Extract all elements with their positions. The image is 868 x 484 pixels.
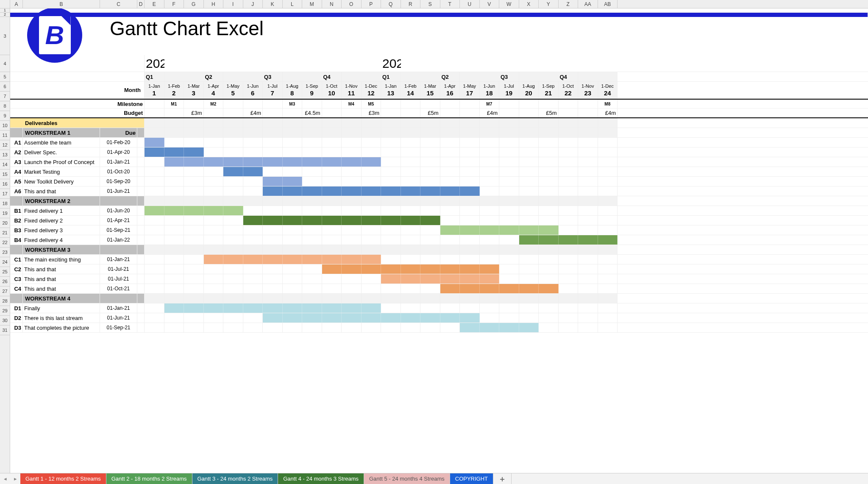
row-header-25[interactable]: 25 <box>0 267 10 277</box>
col-header-Q[interactable]: Q <box>381 0 401 8</box>
col-header-H[interactable]: H <box>204 0 224 8</box>
gantt-cell <box>420 225 440 235</box>
col-header-O[interactable]: O <box>342 0 362 8</box>
row-header-2[interactable]: 2 <box>0 13 10 17</box>
gantt-cell <box>420 167 440 176</box>
col-header-Y[interactable]: Y <box>539 0 559 8</box>
row-header-6[interactable]: 6 <box>0 82 10 92</box>
row-header-15[interactable]: 15 <box>0 170 10 179</box>
col-header-M[interactable]: M <box>302 0 322 8</box>
row-header-5[interactable]: 5 <box>0 72 10 82</box>
gantt-cell <box>460 167 480 176</box>
gantt-cell <box>263 284 283 293</box>
col-header-X[interactable]: X <box>519 0 539 8</box>
gantt-cell <box>223 157 243 167</box>
row-header-22[interactable]: 22 <box>0 238 10 248</box>
task-name: This and that <box>23 186 100 196</box>
row-header-13[interactable]: 13 <box>0 150 10 160</box>
gantt-cell <box>539 255 559 264</box>
tab-nav-prev[interactable]: ◂ <box>0 473 10 484</box>
gantt-cell <box>164 235 184 245</box>
row-header-30[interactable]: 30 <box>0 316 10 325</box>
task-name: Launch the Proof of Concept <box>23 157 100 167</box>
row-header-8[interactable]: 8 <box>0 101 10 111</box>
gantt-cell <box>401 264 421 274</box>
col-header-V[interactable]: V <box>480 0 500 8</box>
gantt-cell <box>440 303 460 313</box>
task-due: 01-Jan-21 <box>100 255 137 264</box>
col-header-A[interactable]: A <box>10 0 23 8</box>
spreadsheet-grid[interactable]: BGantt Chart Excel20222023Q1Q2Q3Q4Q1Q2Q3… <box>10 8 868 473</box>
budget-13 <box>381 108 401 117</box>
row-header-18[interactable]: 18 <box>0 199 10 209</box>
budget-row-label: Budget <box>10 108 145 117</box>
gantt-cell <box>460 186 480 196</box>
gantt-cell <box>243 147 263 157</box>
row-header-28[interactable]: 28 <box>0 296 10 306</box>
row-header-14[interactable]: 14 <box>0 160 10 170</box>
gantt-cell <box>598 274 618 284</box>
budget-22 <box>559 108 579 117</box>
gantt-cell <box>342 235 362 245</box>
sheet-tab[interactable]: Gantt 1 - 12 months 2 Streams <box>20 473 106 484</box>
sheet-tab[interactable]: COPYRIGHT <box>450 473 493 484</box>
row-header-16[interactable]: 16 <box>0 179 10 189</box>
row-header-12[interactable]: 12 <box>0 140 10 150</box>
col-header-D[interactable]: D <box>137 0 145 8</box>
row-header-10[interactable]: 10 <box>0 121 10 131</box>
row-header-3[interactable]: 3 <box>0 17 10 55</box>
col-header-T[interactable]: T <box>440 0 460 8</box>
sheet-tab[interactable]: Gantt 4 - 24 months 3 Streams <box>278 473 364 484</box>
gantt-cell <box>381 186 401 196</box>
col-header-F[interactable]: F <box>164 0 184 8</box>
col-header-P[interactable]: P <box>362 0 381 8</box>
gantt-cell <box>578 274 598 284</box>
col-header-L[interactable]: L <box>283 0 303 8</box>
col-header-W[interactable]: W <box>499 0 519 8</box>
gantt-cell <box>204 147 224 157</box>
col-header-I[interactable]: I <box>223 0 243 8</box>
col-header-U[interactable]: U <box>460 0 480 8</box>
row-header-27[interactable]: 27 <box>0 287 10 296</box>
row-header-21[interactable]: 21 <box>0 228 10 238</box>
sheet-tab[interactable]: Gantt 2 - 18 months 2 Streams <box>106 473 192 484</box>
gantt-cell <box>283 225 303 235</box>
month-header-18: 1-Jun18 <box>480 82 500 98</box>
row-header-31[interactable]: 31 <box>0 325 10 335</box>
col-header-G[interactable]: G <box>184 0 204 8</box>
tab-nav-next[interactable]: ▸ <box>10 473 20 484</box>
col-header-J[interactable]: J <box>243 0 263 8</box>
col-header-Z[interactable]: Z <box>559 0 579 8</box>
col-header-AB[interactable]: AB <box>598 0 618 8</box>
row-header-19[interactable]: 19 <box>0 209 10 218</box>
col-header-B[interactable]: B <box>23 0 100 8</box>
row-header-17[interactable]: 17 <box>0 189 10 199</box>
col-header-K[interactable]: K <box>263 0 283 8</box>
col-header-C[interactable]: C <box>100 0 137 8</box>
row-header-4[interactable]: 4 <box>0 55 10 72</box>
row-header-20[interactable]: 20 <box>0 218 10 228</box>
col-header-S[interactable]: S <box>420 0 440 8</box>
col-header-AA[interactable]: AA <box>578 0 598 8</box>
month-header-8: 1-Aug8 <box>283 82 303 98</box>
row-header-11[interactable]: 11 <box>0 131 10 140</box>
col-header-N[interactable]: N <box>322 0 342 8</box>
add-sheet-button[interactable]: ＋ <box>493 473 512 484</box>
row-header-9[interactable]: 9 <box>0 111 10 121</box>
row-header-24[interactable]: 24 <box>0 257 10 267</box>
col-header-E[interactable]: E <box>145 0 164 8</box>
col-header-R[interactable]: R <box>401 0 421 8</box>
gantt-cell <box>342 284 362 293</box>
row-header-23[interactable]: 23 <box>0 248 10 257</box>
gantt-cell <box>440 235 460 245</box>
row-header-26[interactable]: 26 <box>0 277 10 287</box>
row-header-29[interactable]: 29 <box>0 306 10 316</box>
sheet-tab[interactable]: Gantt 3 - 24 months 2 Streams <box>192 473 278 484</box>
gantt-cell <box>381 147 401 157</box>
gantt-cell <box>480 255 500 264</box>
gantt-cell <box>322 235 342 245</box>
gantt-cell <box>362 157 381 167</box>
sheet-tab[interactable]: Gantt 5 - 24 months 4 Streams <box>364 473 450 484</box>
gantt-cell <box>164 186 184 196</box>
row-header-7[interactable]: 7 <box>0 92 10 101</box>
